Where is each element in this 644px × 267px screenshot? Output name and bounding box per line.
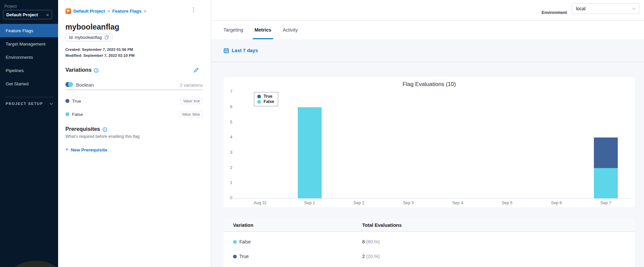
variation-row-true: True Value: true: [65, 98, 203, 104]
tab-label: Targeting: [223, 27, 243, 33]
x-axis-label: Sep 5: [487, 201, 527, 205]
x-axis-label: Aug 31: [240, 201, 280, 205]
chart-plot: 01234567Aug 31Sep 1Sep 2Sep 3Sep 4Sep 5S…: [224, 77, 635, 207]
column-header-total-evaluations: Total Evaluations: [362, 222, 402, 228]
created-timestamp: Created: September 7, 2022 01:56 PM: [65, 47, 133, 51]
bar-segment-false: [594, 168, 618, 198]
prerequisites-heading: Prerequisites: [65, 126, 107, 132]
variation-cell: True: [233, 254, 249, 259]
variation-cell: False: [233, 239, 251, 244]
x-axis-label: Sep 4: [438, 201, 478, 205]
column-header-variation: Variation: [233, 222, 253, 228]
variation-type-row: Boolean 2 variations: [65, 82, 203, 88]
x-axis-label: Sep 7: [586, 201, 626, 205]
modified-timestamp: Modified: September 7, 2022 02:10 PM: [65, 53, 134, 57]
sidebar-item-label: Pipelines: [6, 68, 24, 73]
prerequisites-heading-label: Prerequisites: [65, 126, 100, 132]
sidebar-item-get-started[interactable]: Get Started: [0, 77, 58, 90]
chevron-down-icon: [50, 101, 53, 105]
edit-variations-button[interactable]: [194, 67, 199, 74]
metrics-content: Last 7 days Flag Evaluations (10) 012345…: [211, 39, 644, 267]
new-prerequisite-label: New Prerequisite: [71, 147, 107, 152]
tab-targeting[interactable]: Targeting: [223, 21, 243, 39]
sidebar: Project Default Project » Feature Flags …: [0, 0, 58, 267]
variation-count: 2 variations: [180, 83, 203, 88]
sidebar-nav: Feature Flags Target Management Environm…: [0, 24, 58, 90]
x-axis-label: Sep 1: [290, 201, 330, 205]
sidebar-item-target-management[interactable]: Target Management: [0, 37, 58, 50]
variations-heading-label: Variations: [65, 67, 92, 73]
variation-name: False: [72, 112, 83, 117]
legend-item-false: False: [257, 99, 274, 104]
y-axis-tick: 4: [224, 135, 232, 139]
table-row: True 2 (20.%): [224, 254, 635, 262]
y-axis-tick: 6: [224, 105, 232, 109]
date-range-button[interactable]: Last 7 days: [232, 48, 258, 53]
evaluations-count: 2: [362, 254, 365, 259]
legend-label: False: [264, 99, 274, 104]
sidebar-item-label: Environments: [6, 55, 33, 60]
info-icon[interactable]: [103, 127, 107, 132]
tab-activity[interactable]: Activity: [282, 21, 298, 39]
false-variation-dot: [233, 240, 237, 244]
variation-cell-label: False: [239, 239, 251, 244]
breadcrumb-project-link[interactable]: Default Project: [73, 9, 105, 14]
sidebar-item-label: Get Started: [6, 81, 29, 86]
sidebar-item-feature-flags[interactable]: Feature Flags: [0, 24, 58, 37]
project-setup-label: PROJECT SETUP: [6, 102, 43, 106]
double-chevron-icon: »: [46, 12, 49, 17]
legend-dot-false: [257, 100, 261, 104]
flag-options-menu-button[interactable]: ⋮: [191, 7, 196, 13]
evaluations-cell: 2 (20.%): [362, 254, 380, 259]
help-bubble[interactable]: [7, 261, 58, 267]
tab-metrics[interactable]: Metrics: [255, 21, 272, 39]
divider: [65, 90, 203, 90]
evaluations-cell: 8 (80.%): [362, 239, 380, 244]
breadcrumb: ⚑ Default Project > Feature Flags >: [65, 8, 146, 14]
environment-select-value: local: [576, 6, 586, 11]
variation-value-badge: Value: false: [179, 111, 203, 118]
breadcrumb-separator: >: [107, 9, 110, 14]
new-prerequisite-button[interactable]: + New Prerequisite: [65, 147, 107, 152]
copy-icon[interactable]: [105, 35, 109, 40]
flag-id-text: Id: mybooleanflag: [69, 35, 102, 40]
chevron-down-icon: [632, 6, 636, 10]
x-axis-label: Sep 3: [388, 201, 428, 205]
variations-heading: Variations: [65, 67, 99, 73]
y-axis-tick: 0: [224, 196, 232, 200]
evaluations-table-card: Variation Total Evaluations False 8 (80.…: [224, 219, 635, 267]
evaluations-percent: (80.%): [366, 239, 380, 244]
sidebar-item-environments[interactable]: Environments: [0, 50, 58, 64]
sidebar-item-pipelines[interactable]: Pipelines: [0, 64, 58, 77]
environment-label: Environment: [542, 10, 567, 15]
x-axis-line: [234, 198, 631, 199]
y-axis-tick: 7: [224, 89, 232, 94]
y-axis-tick: 2: [224, 165, 232, 170]
tab-label: Metrics: [255, 27, 272, 33]
table-row: False 8 (80.%): [224, 239, 635, 247]
project-setup-toggle[interactable]: PROJECT SETUP: [6, 102, 52, 106]
tab-label: Activity: [282, 27, 298, 33]
breadcrumb-separator: >: [144, 9, 146, 14]
true-variation-dot: [233, 255, 237, 258]
calendar-icon: [224, 48, 229, 53]
flag-details-panel: ⚑ Default Project > Feature Flags > ⋮ my…: [58, 0, 211, 267]
x-axis-label: Sep 6: [536, 201, 576, 205]
project-selector[interactable]: Default Project »: [3, 10, 52, 19]
info-icon[interactable]: [94, 68, 99, 73]
environment-select[interactable]: local: [572, 3, 639, 14]
variation-row-false: False Value: false: [65, 111, 203, 118]
legend-dot-true: [257, 95, 261, 98]
table-header: Variation Total Evaluations: [224, 219, 635, 232]
sidebar-item-label: Target Management: [6, 42, 45, 46]
legend-label: True: [264, 94, 272, 99]
variation-cell-label: True: [239, 254, 249, 259]
sidebar-item-label: Feature Flags: [6, 28, 33, 33]
bar-segment-true: [594, 137, 618, 168]
variation-value-badge: Value: true: [180, 98, 203, 104]
breadcrumb-feature-flags-link[interactable]: Feature Flags: [112, 9, 141, 14]
false-variation-dot: [65, 112, 69, 116]
feature-flags-module-icon: ⚑: [65, 8, 71, 14]
environment-panel: Environment local Targeting Metrics Acti…: [211, 0, 644, 267]
plus-icon: +: [65, 146, 68, 152]
